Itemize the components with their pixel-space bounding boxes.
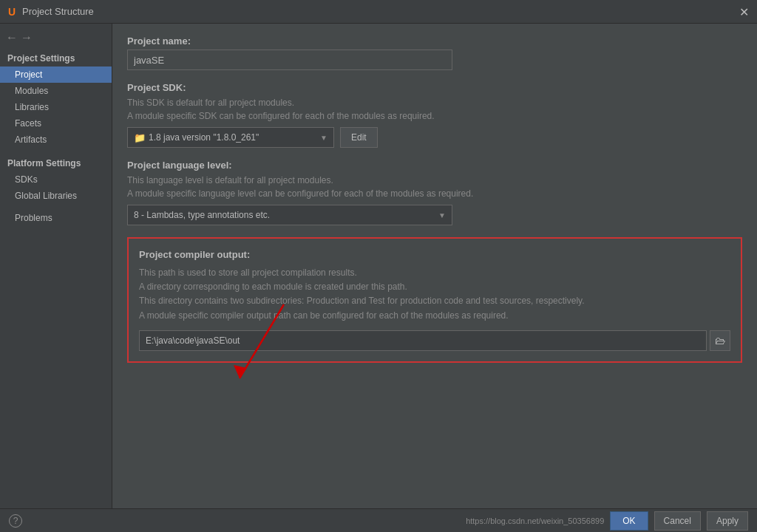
- project-name-input[interactable]: [127, 50, 452, 70]
- app-icon: U: [6, 6, 18, 18]
- project-settings-label: Project Settings: [0, 49, 112, 66]
- bottom-right: https://blog.csdn.net/weixin_50356899 OK…: [466, 511, 748, 531]
- url-text: https://blog.csdn.net/weixin_50356899: [466, 516, 604, 525]
- sidebar-item-modules[interactable]: Modules: [0, 83, 112, 99]
- window-title: Project Structure: [22, 6, 751, 17]
- sidebar-item-sdks[interactable]: SDKs: [0, 171, 112, 188]
- language-level-label: Project language level:: [127, 160, 742, 171]
- sidebar-item-artifacts[interactable]: Artifacts: [0, 132, 112, 148]
- dropdown-arrow-icon: ▼: [320, 134, 327, 142]
- svg-marker-1: [234, 365, 247, 378]
- nav-back-button[interactable]: ←: [6, 31, 18, 44]
- path-input-row: 🗁: [139, 330, 730, 351]
- project-sdk-label: Project SDK:: [127, 82, 742, 93]
- divider: [0, 148, 112, 154]
- main-layout: ← → Project Settings Project Modules Lib…: [0, 24, 757, 532]
- sdk-dropdown[interactable]: 📁 1.8 java version "1.8.0_261" ▼: [127, 127, 334, 148]
- compiler-output-path-input[interactable]: [139, 330, 707, 351]
- language-level-value: 8 - Lambdas, type annotations etc.: [134, 210, 270, 220]
- sidebar-item-libraries[interactable]: Libraries: [0, 99, 112, 115]
- compiler-output-label: Project compiler output:: [139, 249, 730, 260]
- language-level-section: Project language level: This language le…: [127, 160, 742, 225]
- help-button[interactable]: ?: [9, 514, 22, 528]
- sidebar: ← → Project Settings Project Modules Lib…: [0, 24, 112, 532]
- platform-settings-label: Platform Settings: [0, 154, 112, 171]
- close-button[interactable]: ✕: [736, 4, 751, 19]
- sdk-desc1: This SDK is default for all project modu…: [127, 96, 742, 123]
- sdk-select-text: 📁 1.8 java version "1.8.0_261": [134, 132, 259, 143]
- project-name-label: Project name:: [127, 35, 742, 47]
- sdk-value: 1.8 java version "1.8.0_261": [149, 132, 259, 143]
- bottom-bar: ? https://blog.csdn.net/weixin_50356899 …: [0, 508, 757, 532]
- apply-button[interactable]: Apply: [707, 511, 748, 531]
- content-area: Project name: Project SDK: This SDK is d…: [112, 24, 757, 532]
- sidebar-item-project[interactable]: Project: [0, 66, 112, 83]
- lang-level-desc: This language level is default for all p…: [127, 174, 742, 200]
- sidebar-item-facets[interactable]: Facets: [0, 115, 112, 132]
- nav-forward-button[interactable]: →: [21, 31, 33, 44]
- sdk-section: Project SDK: This SDK is default for all…: [127, 82, 742, 148]
- lang-dropdown-arrow-icon: ▼: [438, 211, 446, 219]
- ok-button[interactable]: OK: [610, 511, 648, 531]
- cancel-button[interactable]: Cancel: [654, 511, 701, 531]
- compiler-desc: This path is used to store all project c…: [139, 266, 730, 323]
- nav-row: ← →: [0, 30, 112, 49]
- sidebar-item-global-libraries[interactable]: Global Libraries: [0, 188, 112, 204]
- folder-browse-button[interactable]: 🗁: [710, 330, 730, 351]
- language-level-dropdown[interactable]: 8 - Lambdas, type annotations etc. ▼: [127, 205, 452, 225]
- divider2: [0, 204, 112, 210]
- folder-icon: 🗁: [715, 335, 725, 347]
- title-bar: U Project Structure ✕: [0, 0, 757, 24]
- sdk-row: 📁 1.8 java version "1.8.0_261" ▼ Edit: [127, 127, 742, 148]
- sidebar-item-problems[interactable]: Problems: [0, 210, 112, 226]
- sdk-folder-icon: 📁: [134, 132, 146, 143]
- edit-sdk-button[interactable]: Edit: [340, 127, 378, 148]
- compiler-output-box: Project compiler output: This path is us…: [127, 237, 742, 363]
